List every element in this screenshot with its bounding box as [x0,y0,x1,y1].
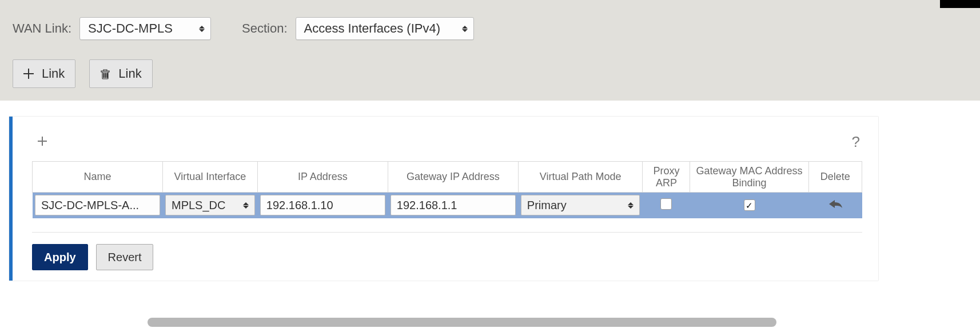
virtual-interface-select[interactable]: MPLS_DC [165,195,255,215]
col-header-name: Name [33,162,163,193]
wan-link-value: SJC-DC-MPLS [88,21,173,36]
col-header-proxy-arp: Proxy ARP [643,162,690,193]
revert-button[interactable]: Revert [96,244,154,270]
virtual-path-mode-select[interactable]: Primary [521,195,640,215]
virtual-path-mode-value: Primary [527,199,567,212]
delete-link-button[interactable]: Link [89,59,152,88]
gateway-mac-binding-checkbox[interactable] [744,199,755,211]
chevron-sort-icon [628,202,634,209]
gateway-ip-input[interactable]: 192.168.1.1 [391,195,516,215]
virtual-interface-value: MPLS_DC [172,199,225,212]
undo-arrow-icon [828,199,843,209]
section-value: Access Interfaces (IPv4) [304,21,440,36]
add-row-button[interactable] [32,130,53,153]
wan-link-select[interactable]: SJC-DC-MPLS [79,17,211,40]
table-row[interactable]: SJC-DC-MPLS-A... MPLS_DC 192.168.1.10 [33,193,862,218]
trash-icon [100,68,110,79]
help-button[interactable]: ? [850,131,862,153]
chevron-sort-icon [199,26,205,32]
ip-address-value: 192.168.1.10 [266,199,333,212]
add-link-button[interactable]: Link [13,59,75,88]
separator [32,232,862,233]
section-select[interactable]: Access Interfaces (IPv4) [296,17,474,40]
col-header-virtual-path-mode: Virtual Path Mode [518,162,643,193]
access-interfaces-panel: ? Name Virtual Interface IP Address Gate… [9,117,878,281]
add-link-label: Link [42,66,65,81]
col-header-ip-address: IP Address [257,162,388,193]
wan-link-label: WAN Link: [13,21,71,36]
chevron-sort-icon [243,202,249,209]
col-header-delete: Delete [808,162,862,193]
plus-icon [37,135,48,147]
proxy-arp-checkbox[interactable] [660,198,672,210]
name-input[interactable]: SJC-DC-MPLS-A... [35,195,160,215]
col-header-gateway-ip: Gateway IP Address [388,162,518,193]
section-label: Section: [242,21,288,36]
horizontal-scrollbar[interactable] [148,318,776,327]
name-value: SJC-DC-MPLS-A... [41,199,139,212]
filter-toolbar: WAN Link: SJC-DC-MPLS Section: Access In… [0,0,980,101]
col-header-virtual-interface: Virtual Interface [163,162,258,193]
plus-icon [23,69,34,79]
apply-button[interactable]: Apply [32,244,88,270]
col-header-gateway-mac: Gateway MAC Address Binding [690,162,808,193]
ip-address-input[interactable]: 192.168.1.10 [260,195,385,215]
gateway-ip-value: 192.168.1.1 [397,199,457,212]
access-interfaces-table: Name Virtual Interface IP Address Gatewa… [32,161,862,218]
chevron-sort-icon [462,26,468,32]
row-delete-button[interactable] [828,199,843,209]
decorative-tab [940,0,980,8]
delete-link-label: Link [118,66,141,81]
